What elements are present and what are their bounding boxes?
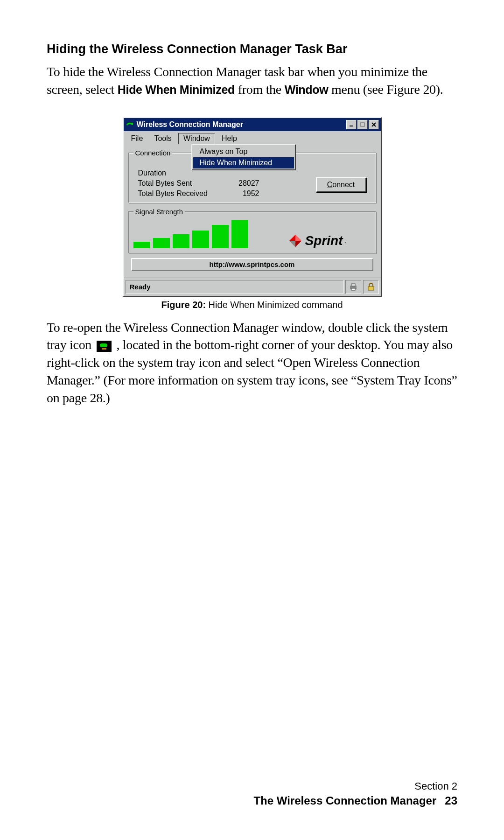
footer-chapter-title: The Wireless Connection Manager	[253, 794, 436, 807]
signal-bar	[173, 234, 189, 248]
paragraph-2: To re-open the Wireless Connection Manag…	[47, 319, 457, 407]
menu-window[interactable]: Window	[178, 133, 215, 144]
svg-marker-4	[295, 235, 301, 241]
paragraph-1: To hide the Wireless Connection Manager …	[47, 63, 457, 98]
menu-help[interactable]: Help	[217, 133, 242, 144]
url-bar[interactable]: http://www.sprintpcs.com	[131, 258, 373, 271]
signal-bar	[153, 238, 170, 248]
connection-group-label: Connection	[133, 149, 173, 157]
footer-section: Section 2	[253, 780, 457, 792]
connect-accel: C	[327, 181, 333, 189]
signal-bar	[231, 220, 248, 248]
section-heading: Hiding the Wireless Connection Manager T…	[47, 42, 457, 56]
menu-item-hide-when-minimized[interactable]: Hide When Minimized	[193, 157, 294, 168]
minimize-button[interactable]	[346, 120, 357, 129]
figure-caption: Figure 20: Hide When Minimized command	[47, 300, 457, 310]
bold-text: Hide When Minimized	[118, 83, 235, 96]
maximize-button[interactable]	[357, 120, 368, 129]
window-menu-dropdown: Always on Top Hide When Minimized	[191, 144, 296, 170]
close-button[interactable]	[369, 120, 379, 129]
menu-file[interactable]: File	[126, 133, 148, 144]
system-tray-icon	[97, 341, 112, 352]
signal-bar	[212, 225, 229, 248]
bold-text: Window	[285, 83, 329, 96]
signal-strength-group: Signal Strength Sprint.	[128, 208, 376, 253]
menu-item-always-on-top[interactable]: Always on Top	[193, 146, 294, 157]
app-window: Wireless Connection Manager File Tools W…	[123, 117, 382, 297]
signal-bar	[192, 231, 209, 248]
status-bar: Ready	[124, 278, 381, 296]
svg-marker-5	[295, 241, 301, 247]
footer-chapter: The Wireless Connection Manager23	[253, 794, 457, 807]
signal-strength-label: Signal Strength	[133, 208, 185, 216]
svg-rect-2	[361, 123, 364, 126]
signal-bar	[133, 242, 150, 248]
menu-tools[interactable]: Tools	[149, 133, 176, 144]
titlebar[interactable]: Wireless Connection Manager	[124, 118, 381, 131]
sprint-diamond-icon	[288, 234, 302, 248]
menubar: File Tools Window Help	[124, 131, 381, 145]
svg-rect-0	[132, 123, 133, 125]
connect-button[interactable]: Connect	[316, 177, 366, 192]
bytes-sent-label: Total Bytes Sent	[138, 179, 222, 188]
figure-number: Figure 20:	[161, 300, 206, 310]
window-title: Wireless Connection Manager	[137, 120, 345, 129]
figure-20: Wireless Connection Manager File Tools W…	[47, 117, 457, 310]
sprint-text: Sprint	[305, 233, 343, 248]
status-text: Ready	[126, 280, 343, 294]
svg-rect-9	[351, 288, 355, 290]
svg-rect-10	[368, 287, 374, 290]
svg-rect-1	[350, 126, 353, 126]
text: menu (see Figure 20).	[328, 82, 443, 97]
bytes-received-label: Total Bytes Received	[138, 189, 222, 198]
status-printer-icon[interactable]	[345, 280, 361, 294]
page-number: 23	[445, 794, 457, 807]
page-footer: Section 2 The Wireless Connection Manage…	[253, 780, 457, 807]
sprint-mark: .	[345, 237, 347, 245]
svg-marker-6	[289, 241, 295, 247]
sprint-logo: Sprint.	[264, 233, 371, 248]
svg-rect-8	[351, 284, 355, 286]
bytes-received-value: 1952	[222, 189, 259, 198]
connect-label-rest: onnect	[332, 181, 355, 189]
signal-bars	[133, 220, 264, 248]
status-lock-icon[interactable]	[363, 280, 379, 294]
app-icon	[126, 121, 135, 128]
figure-caption-text: Hide When Minimized command	[206, 300, 343, 310]
text: from the	[235, 82, 285, 97]
bytes-sent-value: 28027	[222, 179, 259, 188]
